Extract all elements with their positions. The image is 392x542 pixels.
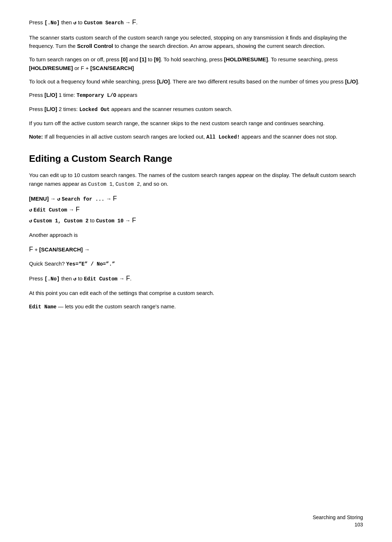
custom-search-command: Custom Search (84, 20, 123, 26)
key-no-2: [.No] (45, 276, 60, 282)
page-content: Press [.No] then ↺ to Custom Search → F.… (0, 0, 392, 345)
key-0: [0] (121, 56, 127, 62)
f-plus-scan-line: F + [SCAN/SEARCH] → (29, 245, 363, 255)
instruction-line-1: [MENU] → ↺ Search for ... → F (29, 196, 117, 202)
section-paragraph-1: You can edit up to 10 custom search rang… (29, 171, 363, 188)
f-letter-3: F (132, 217, 136, 224)
knob-symbol-4: ↺ (73, 276, 76, 282)
paragraph-lock-out: To lock out a frequency found while sear… (29, 77, 363, 86)
f-letter-4: F (126, 275, 130, 282)
menu-key: [MENU] (29, 196, 49, 202)
key-hold-resume-2: [HOLD/RESUME] (29, 65, 73, 71)
edit-name-line: Edit Name — lets you edit the custom sea… (29, 302, 363, 311)
f-letter-2: F (75, 206, 79, 213)
custom-1-text: Custom 1 (88, 181, 113, 187)
knob-symbol-1: ↺ (57, 196, 60, 202)
custom-10-text: Custom 10 (96, 218, 124, 224)
knob-symbol-2: ↺ (29, 207, 32, 213)
edit-custom-command: Edit Custom (84, 276, 117, 282)
then-text: then (61, 19, 73, 25)
key-scan-search-2: [SCAN/SEARCH] (39, 246, 83, 252)
note-label: Note: (29, 134, 43, 140)
another-approach-text: Another approach is (29, 231, 363, 239)
key-scan-search-1: [SCAN/SEARCH] (90, 65, 134, 71)
scroll-bold: Scroll Control (77, 43, 113, 49)
press-lo-2-line: Press [L/O] 2 times: Locked Out appears … (29, 105, 363, 114)
instruction-line-3: ↺ Custom 1, Custom 2 to Custom 10 → F (29, 217, 136, 223)
key-no: [.No] (45, 20, 60, 26)
footer-page-number: 103 (313, 522, 363, 527)
all-locked-text: All Locked! (207, 134, 240, 140)
key-lo-2: [L/O] (345, 78, 358, 85)
to-text-top: to (78, 19, 84, 25)
at-this-point-text: At this point you can edit each of the s… (29, 289, 363, 297)
paragraph-turn-off-active: If you turn off the active custom search… (29, 119, 363, 127)
paragraph-scanner-starts: The scanner starts custom search of the … (29, 33, 363, 50)
edit-name-text: Edit Name (29, 304, 57, 310)
locked-out-text: Locked Out (79, 107, 110, 112)
key-lo-1time: [L/O] (45, 92, 57, 98)
yes-no-options: Yes=“E” / No=”.” (66, 261, 115, 267)
knob-symbol-top: ↺ (73, 20, 76, 26)
key-9: [9] (154, 56, 160, 62)
key-lo-1: [L/O] (157, 78, 170, 85)
arrow-top: → (125, 19, 132, 25)
f-letter-scan: F (29, 246, 33, 253)
edit-custom-text: Edit Custom (34, 207, 67, 213)
custom-1-2-text: Custom 1, Custom 2 (34, 218, 89, 224)
quick-search-line: Quick Search? Yes=“E” / No=”.” (29, 259, 363, 268)
footer-section-name: Searching and Storing (313, 514, 363, 520)
section-heading-editing: Editing a Custom Search Range (29, 153, 363, 165)
key-lo-2times: [L/O] (45, 106, 57, 112)
instruction-block-menu: [MENU] → ↺ Search for ... → F ↺ Edit Cus… (29, 193, 363, 226)
f-letter-1: F (113, 195, 117, 202)
f-letter-top: F (132, 19, 136, 26)
page-footer: Searching and Storing 103 (313, 514, 363, 527)
knob-symbol-3: ↺ (29, 218, 32, 224)
paragraph-turn-search-ranges: To turn search ranges on or off, press [… (29, 55, 363, 72)
top-press-instruction: Press [.No] then ↺ to Custom Search → F. (29, 17, 363, 28)
press-no-edit-custom-line: Press [.No] then ↺ to Edit Custom → F. (29, 274, 363, 284)
key-1: [1] (140, 56, 146, 62)
custom-2-text: Custom 2 (115, 181, 140, 187)
paragraph-note: Note: If all frequencies in all active c… (29, 132, 363, 141)
search-for-text: Search for ... (62, 196, 105, 202)
instruction-line-2: ↺ Edit Custom → F (29, 206, 79, 213)
press-lo-1-line: Press [L/O] 1 time: Temporary L/O appear… (29, 91, 363, 100)
temporary-lo-text: Temporary L/O (77, 93, 116, 98)
key-hold-resume-1: [HOLD/RESUME] (224, 56, 268, 62)
